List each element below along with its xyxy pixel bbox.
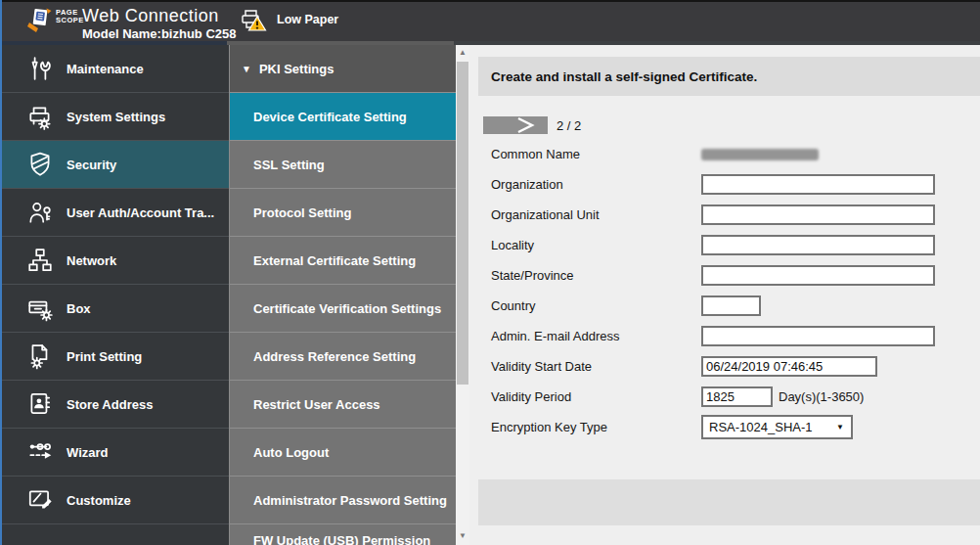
maintenance-icon bbox=[25, 55, 55, 82]
submenu-scrollbar[interactable]: ▲ ▼ bbox=[456, 45, 469, 545]
field-row-encryption-key-type: Encryption Key Type RSA-1024_SHA-1 ▼ bbox=[469, 412, 980, 442]
scrollbar-thumb[interactable] bbox=[457, 62, 468, 385]
page-title: Create and install a self-signed Certifi… bbox=[491, 69, 757, 84]
pagescope-brand: PAGE SCOPE bbox=[27, 6, 84, 33]
pagescope-wordmark: PAGE SCOPE bbox=[56, 9, 84, 24]
sidebar-item-print-setting[interactable]: Print Setting bbox=[2, 333, 229, 381]
footer-band bbox=[478, 479, 980, 525]
sidebar-item-store-address[interactable]: Store Address bbox=[2, 381, 229, 429]
customize-icon bbox=[25, 486, 55, 514]
submenu-item-address-reference-setting[interactable]: Address Reference Setting bbox=[230, 333, 456, 381]
submenu-item-label: SSL Setting bbox=[253, 158, 325, 172]
field-suffix: Day(s)(1-3650) bbox=[779, 389, 864, 404]
sidebar-item-label: User Auth/Account Tra... bbox=[67, 205, 214, 220]
sidebar-item-security[interactable]: Security bbox=[2, 141, 229, 189]
submenu-item-certificate-verification-settings[interactable]: Certificate Verification Settings bbox=[230, 285, 456, 333]
sidebar-item-box[interactable]: Box bbox=[2, 285, 229, 333]
submenu-item-label: Restrict User Access bbox=[253, 397, 380, 412]
field-label-common-name: Common Name bbox=[469, 147, 701, 161]
submenu-item-label: External Certificate Setting bbox=[253, 253, 416, 268]
submenu-item-protocol-setting[interactable]: Protocol Setting bbox=[230, 189, 456, 237]
sidebar-item-network[interactable]: Network bbox=[2, 237, 229, 285]
sidebar-item-label: System Settings bbox=[67, 110, 165, 124]
field-label-organizational-unit: Organizational Unit bbox=[469, 207, 701, 222]
dropdown-arrow-icon: ▼ bbox=[836, 423, 844, 431]
device-status[interactable]: Low Paper bbox=[240, 7, 338, 32]
submenu-item-administrator-password-setting[interactable]: Administrator Password Setting bbox=[230, 477, 456, 524]
scrollbar-up-icon[interactable]: ▲ bbox=[456, 45, 469, 60]
validity-period-input[interactable] bbox=[701, 386, 773, 407]
field-row-validity-period: Validity PeriodDay(s)(1-3650) bbox=[469, 382, 980, 412]
box-icon bbox=[25, 295, 55, 322]
network-icon bbox=[25, 247, 55, 274]
step-arrow-icon bbox=[483, 116, 548, 134]
wizard-icon bbox=[25, 438, 55, 466]
submenu-item-label: Address Reference Setting bbox=[253, 349, 416, 364]
submenu-item-fw-update-usb-permission-setting[interactable]: FW Update (USB) Permission Setting bbox=[230, 524, 456, 545]
sidebar-item-label: Wizard bbox=[67, 445, 109, 460]
common-name-value-redacted bbox=[701, 149, 819, 160]
submenu-item-ssl-setting[interactable]: SSL Setting bbox=[230, 141, 456, 189]
scrollbar-down-icon[interactable]: ▼ bbox=[456, 528, 469, 543]
sidebar-item-label: Network bbox=[67, 253, 116, 268]
sidebar-item-label: Store Address bbox=[67, 397, 153, 412]
admin-email-input[interactable] bbox=[701, 326, 935, 346]
top-bar: PAGE SCOPE Web Connection Model Name:biz… bbox=[2, 0, 980, 45]
sidebar-item-customize[interactable]: Customize bbox=[2, 477, 229, 524]
app-title: Web Connection bbox=[82, 6, 219, 26]
system-settings-icon bbox=[25, 103, 55, 130]
field-row-organization: Organization bbox=[469, 169, 980, 200]
validity-start-date-input[interactable] bbox=[701, 356, 877, 377]
field-row-country: Country bbox=[469, 291, 980, 321]
organizational-unit-input[interactable] bbox=[701, 204, 935, 225]
step-indicator: 2 / 2 bbox=[483, 116, 581, 134]
field-row-admin-email: Admin. E-mail Address bbox=[469, 321, 980, 351]
field-row-locality: Locality bbox=[469, 230, 980, 260]
sidebar-item-wizard[interactable]: Wizard bbox=[2, 429, 229, 477]
field-label-validity-period: Validity Period bbox=[469, 389, 701, 404]
state-province-input[interactable] bbox=[701, 265, 935, 286]
sidebar-item-label: Security bbox=[67, 158, 116, 172]
submenu-item-label: Certificate Verification Settings bbox=[253, 301, 441, 316]
security-shield-icon bbox=[25, 151, 55, 178]
certificate-form: Common NameOrganizationOrganizational Un… bbox=[469, 139, 980, 442]
security-submenu: ▼ PKI Settings Device Certificate Settin… bbox=[229, 45, 456, 545]
field-label-state-province: State/Province bbox=[469, 268, 701, 283]
main-menu-sidebar: Maintenance System Settings Security Use… bbox=[2, 45, 229, 545]
field-row-common-name: Common Name bbox=[469, 139, 980, 169]
field-row-organizational-unit: Organizational Unit bbox=[469, 200, 980, 230]
submenu-item-label: Device Certificate Setting bbox=[253, 110, 407, 124]
sidebar-item-label: Maintenance bbox=[67, 62, 144, 76]
status-label: Low Paper bbox=[277, 13, 338, 26]
field-label-validity-start-date: Validity Start Date bbox=[469, 359, 701, 374]
sidebar-item-label: Box bbox=[67, 301, 91, 316]
sidebar-item-system-settings[interactable]: System Settings bbox=[2, 93, 229, 141]
submenu-item-label: Protocol Setting bbox=[253, 205, 351, 220]
locality-input[interactable] bbox=[701, 235, 935, 255]
print-setting-icon bbox=[25, 342, 55, 370]
low-paper-warning-icon bbox=[240, 7, 267, 32]
field-row-state-province: State/Province bbox=[469, 260, 980, 291]
collapse-triangle-icon: ▼ bbox=[242, 64, 251, 74]
selected-option: RSA-1024_SHA-1 bbox=[709, 420, 813, 434]
submenu-item-label: Auto Logout bbox=[253, 445, 329, 460]
field-label-admin-email: Admin. E-mail Address bbox=[469, 329, 701, 343]
encryption-key-type-select[interactable]: RSA-1024_SHA-1 ▼ bbox=[701, 415, 853, 439]
content-panel: Create and install a self-signed Certifi… bbox=[469, 45, 980, 545]
submenu-item-auto-logout[interactable]: Auto Logout bbox=[230, 429, 456, 477]
sidebar-item-maintenance[interactable]: Maintenance bbox=[2, 45, 229, 93]
pagescope-logo-icon bbox=[27, 6, 53, 33]
store-address-icon bbox=[25, 390, 55, 418]
submenu-item-external-certificate-setting[interactable]: External Certificate Setting bbox=[230, 237, 456, 285]
submenu-item-device-certificate-setting[interactable]: Device Certificate Setting bbox=[230, 93, 456, 141]
step-count: 2 / 2 bbox=[557, 118, 581, 133]
submenu-item-restrict-user-access[interactable]: Restrict User Access bbox=[230, 381, 456, 429]
submenu-item-label: FW Update (USB) Permission Setting bbox=[253, 533, 456, 545]
organization-input[interactable] bbox=[701, 174, 935, 195]
sidebar-item-label: Print Setting bbox=[67, 349, 142, 364]
sidebar-item-user-auth-account-tra[interactable]: User Auth/Account Tra... bbox=[2, 189, 229, 237]
web-connection-window: PAGE SCOPE Web Connection Model Name:biz… bbox=[0, 0, 980, 545]
country-input[interactable] bbox=[701, 295, 761, 316]
submenu-group-pki-settings[interactable]: ▼ PKI Settings bbox=[230, 45, 456, 93]
field-label-country: Country bbox=[469, 298, 701, 313]
